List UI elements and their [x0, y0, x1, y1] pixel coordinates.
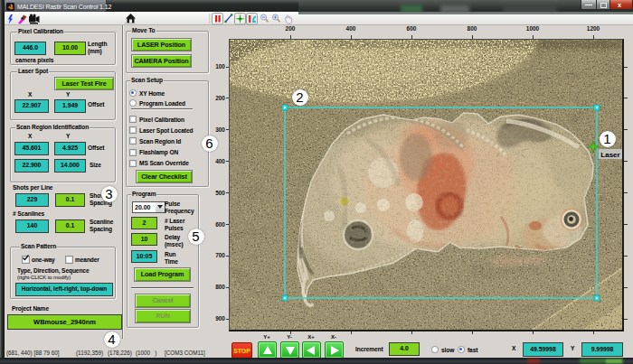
- svg-text:Laser: Laser: [600, 151, 619, 159]
